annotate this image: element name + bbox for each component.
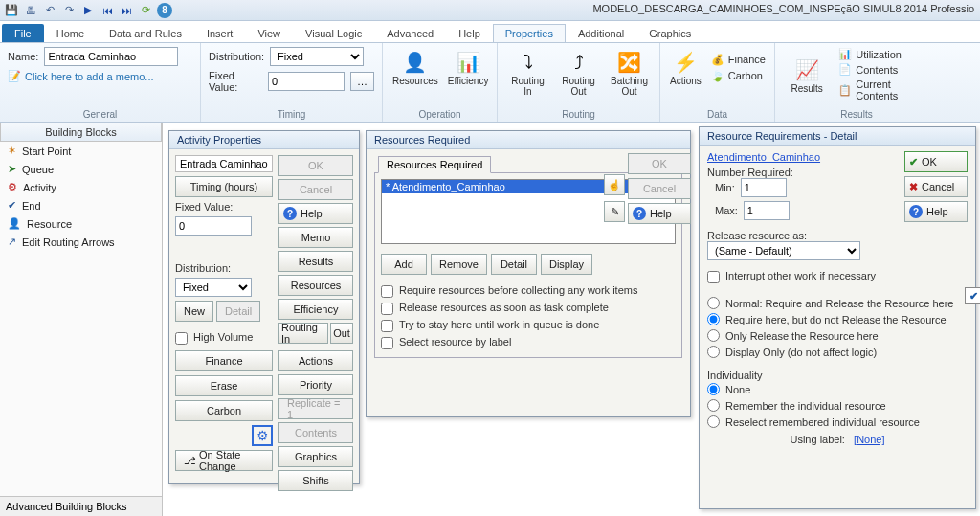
ap-actions-button[interactable]: Actions — [278, 350, 353, 371]
stay-here-check[interactable]: Try to stay here until work in queue is … — [381, 317, 676, 334]
edit-button[interactable]: ✎ — [604, 201, 625, 222]
tab-help[interactable]: Help — [446, 24, 493, 42]
refresh-icon[interactable]: ⟳ — [138, 3, 153, 18]
undo-icon[interactable]: ↶ — [42, 3, 57, 18]
batching-caption: Batching Out — [609, 76, 650, 97]
batching-out-button[interactable]: 🔀Batching Out — [607, 47, 652, 99]
resources-required-tab[interactable]: Resources Required — [378, 156, 491, 173]
tab-home[interactable]: Home — [44, 24, 97, 42]
ap-carbon-button[interactable]: Carbon — [175, 400, 273, 421]
efficiency-button[interactable]: 📊Efficiency — [446, 47, 491, 88]
radio-require-only[interactable]: Require here, but do not Release the Res… — [707, 311, 968, 327]
bb-queue[interactable]: ➤Queue — [0, 160, 162, 178]
require-before-check[interactable]: Require resources before collecting any … — [381, 282, 676, 300]
tab-insert[interactable]: Insert — [194, 24, 246, 42]
current-contents-button[interactable]: 📋Current Contents — [836, 78, 930, 102]
bb-edit-routing[interactable]: ↗Edit Routing Arrows — [0, 233, 162, 251]
ap-resources-button[interactable]: Resources — [278, 275, 353, 296]
routing-out-button[interactable]: ⤴Routing Out — [556, 47, 601, 99]
erase-button[interactable]: Erase — [175, 375, 273, 396]
ap-routing-out-button[interactable]: Out — [330, 323, 353, 344]
interrupt-check[interactable]: Interrupt other work if necessary — [707, 268, 968, 285]
max-input[interactable] — [744, 201, 790, 220]
ap-results-button[interactable]: Results — [278, 251, 353, 272]
shifts-button[interactable]: Shifts — [278, 470, 353, 491]
cancel-label: Cancel — [922, 181, 954, 192]
bb-activity[interactable]: ⚙Activity — [0, 178, 162, 196]
using-label-link[interactable]: [None] — [854, 434, 884, 445]
advanced-building-blocks[interactable]: Advanced Building Blocks — [0, 496, 162, 516]
utilization-button[interactable]: 📊Utilization — [836, 47, 930, 61]
tab-data-rules[interactable]: Data and Rules — [97, 24, 194, 42]
release-as-select[interactable]: (Same - Default) — [707, 241, 860, 260]
new-button[interactable]: New — [175, 301, 213, 322]
ap-help-button[interactable]: ?Help — [278, 203, 353, 224]
tab-file[interactable]: File — [2, 24, 44, 42]
tab-advanced[interactable]: Advanced — [374, 24, 446, 42]
distribution-select[interactable]: Fixed — [270, 47, 364, 66]
priority-button[interactable]: Priority — [278, 374, 353, 395]
radio-indiv-reselect[interactable]: Reselect remembered individual resource — [707, 414, 968, 430]
rewind-icon[interactable]: ⏮ — [100, 3, 115, 18]
add-button[interactable]: Add — [381, 254, 427, 275]
simul8-icon[interactable]: 8 — [157, 3, 172, 18]
radio-normal[interactable]: Normal: Require and Release the Resource… — [707, 295, 968, 311]
radio-indiv-remember[interactable]: Remember the individual resource — [707, 397, 968, 414]
remove-button[interactable]: Remove — [431, 254, 487, 275]
ap-memo-button[interactable]: Memo — [278, 227, 353, 248]
redo-icon[interactable]: ↷ — [61, 3, 77, 18]
release-asap-check[interactable]: Release resources as soon as task comple… — [381, 300, 676, 317]
bb-end[interactable]: ✔End — [0, 196, 162, 214]
print-icon[interactable]: 🖶 — [23, 3, 38, 18]
move-up-button[interactable]: ☝ — [604, 174, 625, 195]
routing-in-button[interactable]: ⤵Routing In — [505, 47, 550, 99]
play-icon[interactable]: ▶ — [80, 3, 96, 18]
current-contents-caption: Current Contents — [856, 79, 928, 101]
add-memo-link[interactable]: 📝 Click here to add a memo... — [8, 70, 192, 82]
contents-button[interactable]: 📄Contents — [836, 62, 930, 77]
results-button[interactable]: 📈Results — [783, 55, 831, 96]
radio-indiv-none[interactable]: None — [707, 381, 968, 397]
help-icon: ? — [633, 207, 646, 220]
ap-routing-in-button[interactable]: Routing In — [278, 323, 328, 344]
tab-graphics[interactable]: Graphics — [636, 24, 703, 42]
rr-help-button[interactable]: ?Help — [628, 203, 691, 224]
fixed-value-more-button[interactable]: … — [350, 72, 374, 91]
rd-help-button[interactable]: ?Help — [904, 201, 968, 222]
ap-graphics-button[interactable]: Graphics — [278, 446, 353, 467]
bb-resource[interactable]: 👤Resource — [0, 214, 162, 233]
min-input[interactable] — [741, 178, 787, 197]
ap-fixed-input[interactable] — [175, 216, 252, 236]
skip-icon[interactable]: ⏭ — [119, 3, 134, 18]
save-icon[interactable]: 💾 — [4, 3, 19, 18]
ap-finance-button[interactable]: Finance — [175, 350, 273, 371]
ap-efficiency-button[interactable]: Efficiency — [278, 299, 353, 320]
radio-display-only[interactable]: Display Only (do not affect logic) — [707, 344, 968, 360]
carbon-button[interactable]: 🍃Carbon — [709, 69, 768, 83]
resources-button[interactable]: 👤Resources — [390, 47, 440, 88]
rd-ok-button[interactable]: ✔OK — [904, 151, 968, 172]
rd-cancel-button[interactable]: ✖Cancel — [904, 176, 968, 197]
ap-dist-select[interactable]: Fixed — [175, 278, 252, 297]
tab-visual-logic[interactable]: Visual Logic — [293, 24, 374, 42]
radio-release-only[interactable]: Only Release the Resource here — [707, 327, 968, 344]
display-button[interactable]: Display — [541, 254, 592, 275]
finance-button[interactable]: 💰Finance — [709, 53, 768, 67]
on-state-change-button[interactable]: ⎇ On State Change — [175, 450, 273, 471]
tab-properties[interactable]: Properties — [493, 24, 566, 42]
timing-hours-button[interactable]: Timing (hours) — [175, 176, 273, 197]
resource-link[interactable]: Atendimento_Caminhao — [707, 151, 820, 163]
bb-start-point[interactable]: ✶Start Point — [0, 142, 162, 160]
tab-additional[interactable]: Additional — [566, 24, 636, 42]
tab-view[interactable]: View — [245, 24, 293, 42]
fixed-value-input[interactable] — [268, 72, 345, 91]
ap-dist-label: Distribution: — [175, 262, 273, 274]
side-check-icon[interactable]: ✔ — [965, 287, 980, 304]
actions-button[interactable]: ⚡Actions — [668, 47, 703, 88]
rr-detail-button[interactable]: Detail — [491, 254, 537, 275]
activity-name-field[interactable]: Entrada Caminhao — [175, 155, 273, 172]
high-volume-check[interactable]: High Volume — [175, 329, 273, 347]
name-input[interactable] — [44, 47, 178, 66]
gear-icon[interactable]: ⚙ — [252, 425, 273, 446]
select-by-label-check[interactable]: Select resource by label — [381, 334, 676, 351]
